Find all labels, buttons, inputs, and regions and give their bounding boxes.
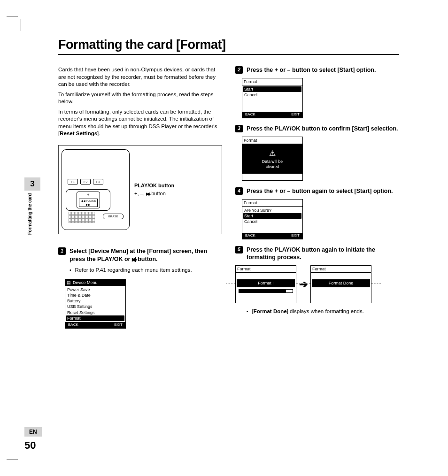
device-illustration: F1 F2 F3 + ◀◀ PLAY/OK ▶▶ – ERASE: [62, 149, 130, 230]
lcd-warning-text: Data will be cleared: [244, 159, 301, 170]
lcd-format-running: Format Format !: [235, 265, 296, 303]
f2-button-icon: F2: [80, 179, 91, 184]
step-5-sub: [Format Done] displays when formatting e…: [247, 308, 399, 315]
lcd-exit: EXIT: [291, 233, 300, 238]
step-2-text: Press the + or – button to select [Start…: [247, 66, 376, 74]
intro-p1: Cards that have been used in non-Olympus…: [58, 66, 222, 88]
lcd-item: Cancel: [242, 92, 302, 98]
step-number-icon: 3: [235, 125, 243, 132]
lcd-item: Cancel: [242, 219, 302, 224]
intro-p2: To familiarize yourself with the formatt…: [58, 91, 222, 106]
lcd-item: Power Save: [65, 287, 125, 292]
progress-bar-icon: [239, 289, 293, 293]
lcd-exit: EXIT: [114, 322, 123, 328]
lcd-item: Reset Settings: [65, 310, 125, 315]
diagram-label-playok: PLAY/OK button: [134, 182, 174, 189]
lcd-format-progress-pair: Format Format ! ➔ Format For: [235, 265, 399, 303]
lcd-format-warning: Format ⚠ Data will be cleared: [242, 137, 303, 181]
step-4: 4 Press the + or – button again to selec…: [235, 187, 399, 195]
lcd-title: Format: [242, 78, 302, 85]
f3-button-icon: F3: [93, 179, 103, 184]
list-icon: ▤: [67, 280, 71, 285]
step-number-icon: 2: [235, 66, 243, 74]
speaker-grille-icon: [69, 212, 95, 223]
lcd-status: Format Done: [312, 279, 370, 287]
diagram-label-nav: +, –, button: [134, 190, 174, 197]
step-5: 5 Press the PLAY/OK button again to init…: [235, 246, 399, 262]
lcd-title: Format: [311, 266, 371, 273]
lcd-title: Format: [236, 266, 296, 273]
f1-button-icon: F1: [68, 179, 78, 184]
step-1-sub: Refer to P.41 regarding each menu item s…: [70, 267, 222, 274]
lcd-back: BACK: [245, 233, 255, 238]
lcd-item-selected: Start: [243, 86, 301, 92]
diagram-labels: PLAY/OK button +, –, button: [134, 182, 174, 197]
step-4-text: Press the + or – button again to select …: [247, 187, 393, 195]
lcd-status: Format !: [237, 279, 295, 287]
lcd-exit: EXIT: [291, 112, 300, 117]
nav-pad-icon: + ◀◀ PLAY/OK ▶▶ –: [66, 189, 110, 211]
lcd-format-select: Format Start Cancel BACK EXIT: [242, 78, 303, 118]
intro-p3: In terms of formatting, only selected ca…: [58, 108, 222, 138]
lcd-title: Format: [242, 137, 302, 144]
step-2: 2 Press the + or – button to select [Sta…: [235, 66, 399, 74]
left-column: Cards that have been used in non-Olympus…: [58, 66, 222, 335]
lcd-item: USB Settings: [65, 304, 125, 309]
step-1: 1 Select [Device Menu] at the [Format] s…: [58, 247, 222, 263]
arrow-right-icon: ➔: [299, 277, 308, 292]
step-3-text: Press the PLAY/OK button to confirm [Sta…: [247, 125, 398, 133]
warning-icon: ⚠: [244, 150, 301, 157]
lcd-prompt: Are You Sure?: [242, 207, 302, 213]
step-5-text: Press the PLAY/OK button again to initia…: [247, 246, 399, 262]
lcd-item-selected: Format: [66, 315, 124, 321]
device-diagram: F1 F2 F3 + ◀◀ PLAY/OK ▶▶ – ERASE: [58, 145, 222, 234]
lcd-item-selected: Start: [243, 213, 301, 219]
lcd-item: Time & Date: [65, 292, 125, 298]
step-number-icon: 4: [235, 187, 243, 195]
step-1-text: Select [Device Menu] at the [Format] scr…: [70, 247, 222, 263]
right-column: 2 Press the + or – button to select [Sta…: [235, 66, 399, 335]
lcd-title: Device Menu: [73, 280, 98, 285]
lcd-title: Format: [242, 200, 302, 207]
step-number-icon: 5: [235, 246, 243, 253]
lcd-item: Battery: [65, 298, 125, 304]
page-title: Formatting the card [Format]: [58, 38, 399, 55]
step-number-icon: 1: [58, 247, 66, 255]
lcd-back: BACK: [68, 322, 78, 328]
erase-button-icon: ERASE: [103, 214, 124, 219]
step-3: 3 Press the PLAY/OK button to confirm [S…: [235, 125, 399, 133]
lcd-back: BACK: [245, 112, 255, 117]
lcd-device-menu: ▤Device Menu Power Save Time & Date Batt…: [65, 279, 126, 329]
lcd-format-done: Format Format Done: [310, 265, 371, 303]
intro-text: Cards that have been used in non-Olympus…: [58, 66, 222, 138]
lcd-format-confirm: Format Are You Sure? Start Cancel BACK E…: [242, 199, 303, 239]
